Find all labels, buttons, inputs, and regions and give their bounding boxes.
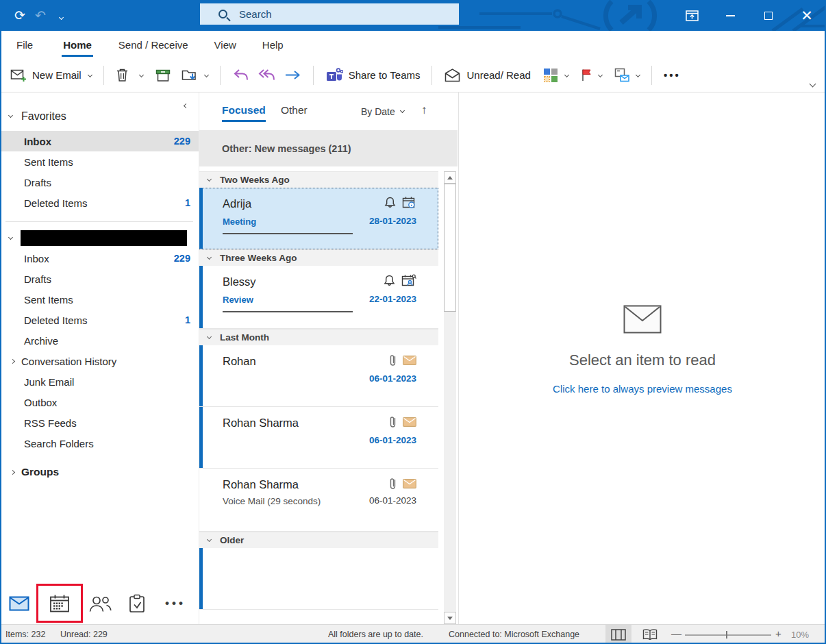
group-header-last-month[interactable]: Last Month bbox=[199, 329, 438, 345]
window-controls: ✕ bbox=[673, 0, 826, 31]
new-email-icon bbox=[10, 68, 27, 82]
unread-indicator-bar bbox=[199, 188, 203, 249]
zoom-out-icon[interactable]: — bbox=[671, 628, 681, 639]
chevron-right-icon bbox=[10, 358, 15, 363]
more-modules-icon[interactable]: ••• bbox=[160, 582, 190, 624]
sidebar-item-inbox[interactable]: Inbox 229 bbox=[0, 248, 199, 269]
sidebar-item-rss-feeds[interactable]: RSS Feeds bbox=[0, 412, 199, 433]
collapse-ribbon-icon[interactable] bbox=[810, 77, 815, 89]
mail-module-icon[interactable] bbox=[7, 582, 32, 624]
zoom-level[interactable]: 10% bbox=[791, 630, 809, 640]
meeting-icon bbox=[402, 196, 416, 209]
sidebar-item-conversation-history[interactable]: Conversation History bbox=[0, 351, 199, 371]
sidebar-item-drafts[interactable]: Drafts bbox=[0, 269, 199, 289]
favorites-header[interactable]: Favorites bbox=[0, 108, 199, 125]
paperclip-icon bbox=[388, 477, 397, 491]
reply-all-button[interactable] bbox=[254, 64, 279, 86]
sidebar-item-favorites-sent-items[interactable]: Sent Items bbox=[0, 151, 199, 172]
reading-view-icon[interactable] bbox=[637, 625, 663, 644]
tasks-module-icon[interactable] bbox=[126, 582, 148, 624]
move-button[interactable] bbox=[177, 64, 212, 86]
ribbon: New Email bbox=[0, 58, 826, 92]
undo-icon[interactable]: ↶ bbox=[30, 8, 51, 23]
bell-icon bbox=[384, 196, 397, 209]
sidebar-item-outbox[interactable]: Outbox bbox=[0, 392, 199, 412]
meeting-request-icon bbox=[401, 274, 416, 287]
minimize-icon[interactable] bbox=[711, 0, 749, 31]
close-icon[interactable]: ✕ bbox=[788, 0, 826, 31]
message-list-scrollbar[interactable] bbox=[444, 171, 456, 624]
bell-icon bbox=[383, 274, 396, 287]
tab-view[interactable]: View bbox=[212, 39, 239, 51]
sidebar-item-junk-email[interactable]: Junk Email bbox=[0, 371, 199, 392]
send-receive-sync-icon[interactable]: ⟳ bbox=[10, 8, 30, 23]
tab-focused[interactable]: Focused bbox=[222, 104, 266, 116]
normal-view-icon[interactable] bbox=[605, 625, 631, 644]
zoom-in-icon[interactable]: + bbox=[775, 628, 781, 639]
paperclip-icon bbox=[388, 415, 397, 429]
people-module-icon[interactable] bbox=[86, 582, 114, 624]
reading-pane-empty-state: Select an item to read Click here to alw… bbox=[459, 305, 826, 395]
navigation-bar: ••• bbox=[0, 582, 199, 624]
unread-indicator-bar bbox=[199, 548, 203, 609]
sidebar-item-favorites-drafts[interactable]: Drafts bbox=[0, 172, 199, 193]
message-row-rohan-sharma-voicemail[interactable]: Rohan Sharma Voice Mail (29 seconds) 06-… bbox=[199, 469, 438, 532]
sidebar-item-favorites-deleted-items[interactable]: Deleted Items 1 bbox=[0, 193, 199, 213]
unread-envelope-icon bbox=[403, 417, 416, 427]
account-header[interactable] bbox=[0, 227, 199, 248]
scroll-down-icon[interactable] bbox=[444, 612, 456, 624]
archive-button[interactable] bbox=[151, 64, 175, 86]
maximize-icon[interactable] bbox=[749, 0, 788, 31]
qat-customize-icon[interactable] bbox=[51, 10, 71, 22]
sidebar-item-deleted-items[interactable]: Deleted Items 1 bbox=[0, 310, 199, 330]
more-commands-button[interactable]: ••• bbox=[660, 65, 685, 85]
message-subject: Review bbox=[223, 295, 253, 305]
rules-icon bbox=[614, 68, 629, 82]
sidebar-item-archive[interactable]: Archive bbox=[0, 330, 199, 351]
forward-button[interactable] bbox=[279, 65, 305, 85]
scrollbar-thumb[interactable] bbox=[444, 184, 456, 312]
scroll-up-icon[interactable] bbox=[444, 171, 456, 184]
zoom-slider-handle[interactable] bbox=[726, 631, 727, 639]
zoom-slider[interactable] bbox=[685, 634, 771, 636]
message-row-adrija[interactable]: Adrija Meeting 28-01-2023 bbox=[199, 188, 438, 249]
other-new-messages-banner[interactable]: Other: New messages (211) bbox=[199, 130, 458, 166]
tab-other[interactable]: Other bbox=[281, 104, 308, 116]
new-email-button[interactable]: New Email bbox=[6, 64, 96, 86]
message-row-blessy[interactable]: Blessy Review 22-01-2023 bbox=[199, 266, 438, 329]
sort-direction-button[interactable]: ↑ bbox=[421, 103, 427, 117]
more-commands-icon: ••• bbox=[664, 69, 681, 81]
tab-home[interactable]: Home bbox=[60, 39, 95, 51]
tab-help[interactable]: Help bbox=[260, 39, 286, 51]
tab-send-receive[interactable]: Send / Receive bbox=[116, 39, 191, 51]
archive-icon bbox=[155, 69, 171, 82]
reply-button[interactable] bbox=[228, 64, 254, 86]
group-header-two-weeks-ago[interactable]: Two Weeks Ago bbox=[199, 171, 438, 188]
sidebar-item-groups[interactable]: Groups bbox=[0, 462, 199, 482]
unread-count: 229 bbox=[174, 253, 190, 264]
search-input[interactable]: Search bbox=[200, 3, 459, 25]
message-row-rohan-sharma-1[interactable]: Rohan Sharma 06-01-2023 bbox=[199, 407, 438, 469]
sidebar-item-search-folders[interactable]: Search Folders bbox=[0, 433, 199, 454]
sort-by-date-button[interactable]: By Date bbox=[361, 106, 404, 117]
categorize-button[interactable] bbox=[539, 64, 573, 87]
ribbon-display-icon[interactable] bbox=[673, 0, 711, 31]
calendar-module-icon[interactable] bbox=[49, 594, 70, 613]
collapse-sidebar-icon[interactable] bbox=[184, 98, 188, 110]
delete-button[interactable] bbox=[112, 64, 147, 86]
share-to-teams-button[interactable]: Share to Teams bbox=[321, 63, 425, 87]
tab-file[interactable]: File bbox=[14, 39, 36, 51]
group-header-older[interactable]: Older bbox=[199, 532, 438, 548]
unread-envelope-icon bbox=[403, 479, 416, 488]
sidebar-item-favorites-inbox[interactable]: Inbox 229 bbox=[0, 131, 199, 151]
message-row-rohan[interactable]: Rohan 06-01-2023 bbox=[199, 345, 438, 407]
group-header-three-weeks-ago[interactable]: Three Weeks Ago bbox=[199, 249, 438, 266]
follow-up-button[interactable] bbox=[577, 64, 606, 86]
sidebar-item-sent-items[interactable]: Sent Items bbox=[0, 289, 199, 310]
chevron-down-icon bbox=[204, 73, 209, 77]
message-row-older-partial[interactable] bbox=[199, 548, 438, 610]
unread-read-button[interactable]: Unread/ Read bbox=[440, 64, 534, 86]
chevron-down-icon bbox=[207, 255, 212, 260]
preview-messages-link[interactable]: Click here to always preview messages bbox=[459, 383, 826, 395]
rules-button[interactable] bbox=[610, 64, 644, 86]
